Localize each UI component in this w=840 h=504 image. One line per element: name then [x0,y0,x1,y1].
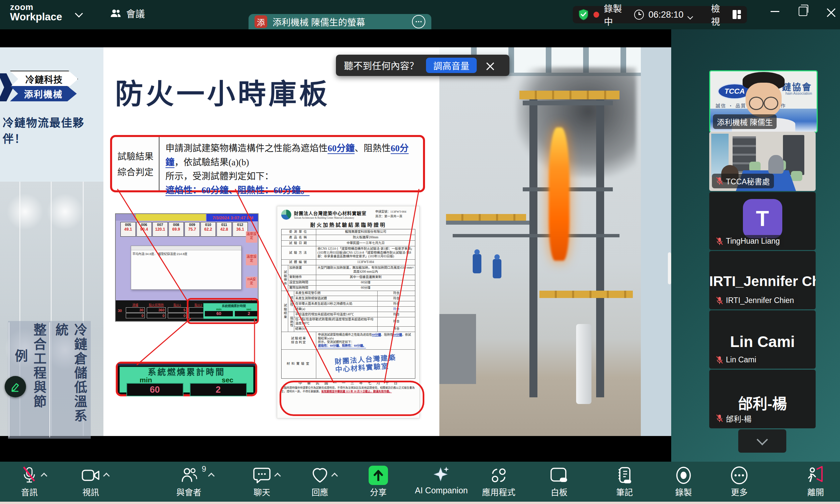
tab-options-ellipsis-icon[interactable] [412,15,425,28]
participant-name-label: IRTI_Jennifer Chien [712,294,798,307]
annotate-pencil-button[interactable] [5,376,26,397]
record-button[interactable]: 錄製 [675,466,692,498]
mic-muted-icon [716,237,723,246]
presentation-slide: 防火一小時庫板 試驗結果 綜合判定 申請測試建築物構造構件之性能為遮焰性60分鐘… [103,47,439,436]
participant-tile-active-speaker[interactable]: TCCA 冷鏈協會 hain Association 誠信 ・ 品質 ・ 創新 … [709,70,818,133]
logo-line-1: 冷鏈科技 [10,71,78,87]
share-right-margin [641,47,671,436]
doc-page-no: 頁次：第一頁共一頁 [375,214,415,219]
zoom-workplace-logo: zoom Workplace [10,3,62,23]
apps-button[interactable]: 應用程式 [482,466,515,498]
chat-options-chevron[interactable] [275,474,280,480]
record-icon [675,466,692,485]
meeting-stage: 冷鏈科技 添利機械 冷鏈物流最佳夥伴！ 冷鏈倉儲低溫系統 整合工程與節例 [0,29,840,462]
notification-message: 聽不到任何內容？ [344,59,419,72]
recording-dot-icon [594,12,599,18]
more-button[interactable]: 更多 [730,466,748,498]
share-scrollbar-thumb[interactable] [668,252,671,284]
window-controls [771,7,835,16]
zoom-meeting-window: zoom Workplace 會議 添 添利機械 陳儒生的螢幕 錄製中 06:2… [0,0,840,504]
meeting-toolbar: 音訊 視訊 9 與會者 聊天 回應 分享 [0,462,840,502]
participant-name-label: TCCA秘書處 [712,174,774,188]
mic-muted-icon [22,466,37,484]
glasses-icon [749,97,764,110]
participants-icon [180,467,197,484]
share-screen-button[interactable]: 分享 [369,466,388,498]
office-person [768,155,784,174]
participant-tile-shaoli[interactable]: 邰利-楊 邰利-楊 [709,370,816,428]
participant-tile-tinghuan[interactable]: T TingHuan Liang [709,192,816,250]
doc-footnote: 本臨時證明僅供申請單位作為試驗完成證明用，不得作為法律訴訟及其他認證使用，相關資… [281,386,415,394]
whiteboard-button[interactable]: 白板 [550,466,568,498]
participant-tile-office[interactable]: TCCA秘書處 [709,132,816,191]
video-options-chevron[interactable] [104,474,109,480]
test-flame [549,127,570,261]
burn-timer-small: 系統燃燒累計時間 min60 sec2 [203,303,259,319]
notepad-window: 平均內溫:34.8度． 爐管紀錄溫度:214.8度 [131,246,242,290]
white-pipe [576,324,592,404]
participants-sidebar: TCCA 冷鏈協會 hain Association 誠信 ・ 品質 ・ 創新 … [671,29,840,462]
camera-icon [82,469,100,482]
test-result-highlight-box: 試驗結果 綜合判定 申請測試建築物構造構件之性能為遮焰性60分鐘、阻熱性60分鐘… [110,135,425,192]
minimize-button[interactable] [771,11,779,12]
participant-name-label: Lin Cami [712,354,760,366]
panel-yellow-banner [136,214,206,221]
video-button[interactable]: 視訊 [82,466,100,498]
ai-sparkle-icon [433,466,450,485]
audio-button[interactable]: 音訊 [21,466,38,498]
participant-big-name: 邰利-楊 [709,392,816,413]
participant-tile-jennifer[interactable]: IRTI_Jennifer Ch... IRTI_Jennifer Chien [709,251,816,309]
notes-icon [616,466,632,484]
recording-status-label: 錄製中 [604,2,630,28]
burner-control-panel-screenshot: 7/3/2024 3:07:47 PM 00549.1 00690.4 0071… [115,213,259,322]
maximize-button[interactable] [799,7,807,16]
raise-volume-button[interactable]: 調高音量 [426,58,477,73]
audio-options-chevron[interactable] [42,474,46,480]
thermocouple-readouts: 00549.1 00690.4 007120.1 00869.9 00975.7… [120,222,248,237]
company-slogan: 冷鏈物流最佳夥伴！ [3,114,103,146]
glasses-icon [764,97,778,110]
view-button-label[interactable]: 檢視 [711,2,728,28]
tab-shared-screen[interactable]: 添 添利機械 陳儒生的螢幕 [248,14,431,29]
pencil-icon [10,381,21,392]
participant-name-label: TingHuan Liang [712,235,784,247]
apps-icon [490,467,507,484]
chat-button[interactable]: 聊天 [253,466,270,498]
security-shield-icon[interactable] [578,8,589,21]
doc-org-name-en: Taiwan Architecture & Building Center Ma… [294,216,373,219]
burn-timer-enlarged: 系統燃燒累計時間 min60 sec2 [116,362,257,396]
share-tab-label: 添利機械 陳儒生的螢幕 [273,15,407,28]
yellow-railing-low [539,291,633,298]
timer-chevron-down-icon[interactable] [687,14,693,19]
logo-text-zoom: zoom [10,3,62,12]
close-button[interactable] [827,7,835,16]
participants-button[interactable]: 9 與會者 [176,466,201,498]
meeting-status-pill: 錄製中 06:28:10 檢視 [573,6,747,23]
participants-options-chevron[interactable] [209,474,213,480]
participant-tile-lincami[interactable]: Lin Cami Lin Cami [709,310,816,369]
share-tab-badge-icon: 添 [255,15,267,28]
view-layout-icon[interactable] [733,10,741,19]
panel-datetime: 7/3/2024 3:07:47 PM [207,214,259,221]
slide-left-margin: 冷鏈科技 添利機械 冷鏈物流最佳夥伴！ [0,47,103,182]
burn-timer-title: 系統燃燒累計時間 [120,368,253,377]
reactions-button[interactable]: 回應 [312,466,328,498]
reactions-options-chevron[interactable] [332,474,337,480]
tab-meeting[interactable]: 會議 [110,7,145,20]
ai-companion-button[interactable]: AI Companion [415,466,468,495]
worker-figure [493,259,502,278]
audio-notification-banner: 聽不到任何內容？ 調高音量 [336,55,509,76]
participants-scroll-down-button[interactable] [738,429,786,453]
doc-case-no: 申請案號：113FWT-004 [375,210,415,214]
meeting-tab-label: 會議 [126,7,145,20]
leave-button[interactable]: 離開 [807,466,825,498]
participant-big-name: Lin Cami [709,333,816,351]
doc-title: 耐火加熱試驗結果臨時證明 [281,221,415,228]
speaker-face [746,83,782,117]
notes-button[interactable]: 筆記 [616,466,633,498]
shared-screen-area: 冷鏈科技 添利機械 冷鏈物流最佳夥伴！ 冷鏈倉儲低溫系統 整合工程與節例 [0,29,671,462]
participant-name-label: 添利機械 陳儒生 [713,114,776,129]
workspace-chevron-down-icon[interactable] [76,11,82,18]
notification-close-icon[interactable] [486,61,494,69]
participants-count-badge: 9 [202,464,206,474]
